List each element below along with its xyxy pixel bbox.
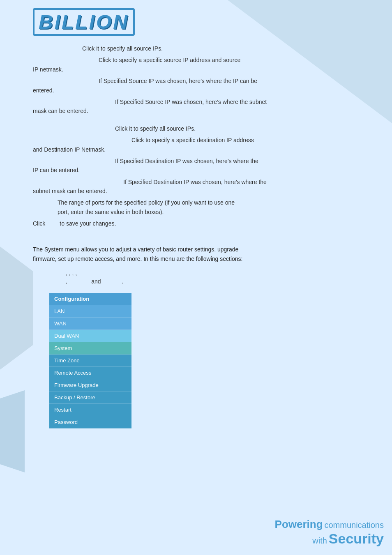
nav-item-password[interactable]: Password	[49, 416, 131, 428]
nav-item-backup-restore[interactable]: Backup / Restore	[49, 391, 131, 404]
content-block: Click it to specify all source IPs. Clic…	[33, 44, 367, 228]
line8-group: If Specified Destination IP was chosen, …	[33, 177, 367, 196]
nav-item-remote-access[interactable]: Remote Access	[49, 367, 131, 379]
line7-group: If Specified Destination IP was chosen, …	[33, 157, 367, 175]
footer-security-word: Security	[329, 531, 384, 546]
system-intro: The System menu allows you to adjust a v…	[33, 245, 367, 265]
line1: Click it to specify all source IPs.	[82, 44, 367, 53]
line3-group: If Specified Source IP was chosen, here’…	[33, 76, 367, 95]
brand-logo: BILLION	[33, 8, 135, 36]
line4-group: If Specified Source IP was chosen, here’…	[33, 97, 367, 116]
nav-item-restart[interactable]: Restart	[49, 404, 131, 416]
line10: Click to save your changes.	[33, 219, 367, 228]
nav-item-firmware-upgrade[interactable]: Firmware Upgrade	[49, 379, 131, 391]
footer-brand: Powering communications with Security	[275, 518, 384, 547]
line6-group: Click to specify a specific destination …	[33, 136, 367, 154]
footer-with-word: with	[312, 536, 327, 545]
line2-group: Click to specify a specific source IP ad…	[33, 55, 367, 74]
nav-item-lan[interactable]: LAN	[49, 305, 131, 318]
nav-item-wan[interactable]: WAN	[49, 318, 131, 330]
footer-communications-word: communications	[324, 520, 384, 530]
footer-powering-word: Powering	[275, 518, 323, 530]
nav-item-system[interactable]: System	[49, 342, 131, 355]
main-content: BILLION Click it to specify all source I…	[0, 0, 392, 437]
footer-powering-line: Powering communications	[275, 518, 384, 531]
logo-area: BILLION	[33, 8, 367, 36]
line9-group: The range of ports for the specified pol…	[58, 198, 367, 216]
nav-menu: Configuration LAN WAN Dual WAN System Ti…	[49, 293, 131, 428]
nav-item-time-zone[interactable]: Time Zone	[49, 355, 131, 367]
line5: Click it to specify all source IPs.	[115, 124, 367, 133]
nav-header: Configuration	[49, 293, 131, 305]
sections-list-row2: , and .	[66, 278, 367, 285]
footer-security-line: with Security	[275, 531, 384, 547]
nav-item-dual-wan[interactable]: Dual WAN	[49, 330, 131, 342]
sections-list-row1: , , , ,	[66, 270, 367, 276]
